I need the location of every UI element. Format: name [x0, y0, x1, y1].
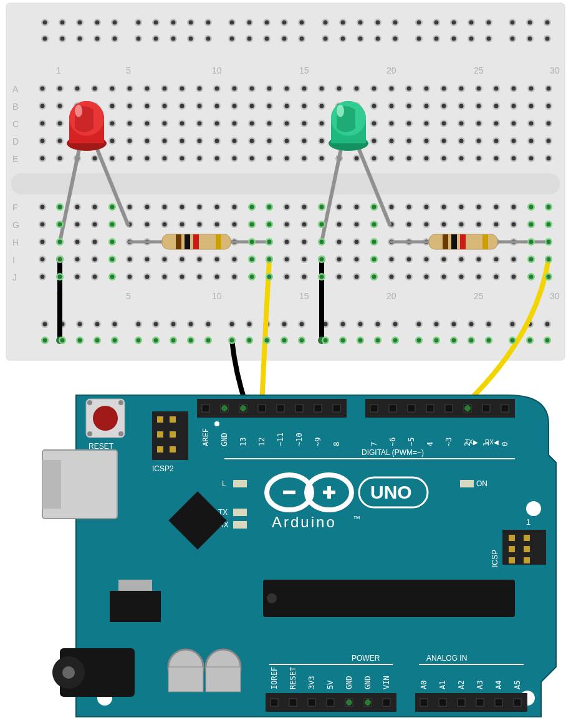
svg-text:™: ™	[353, 514, 360, 523]
svg-point-72	[93, 406, 118, 431]
svg-rect-99	[445, 405, 453, 412]
svg-rect-83	[170, 446, 176, 453]
svg-point-93	[214, 421, 219, 426]
svg-text:A1: A1	[438, 681, 447, 689]
svg-rect-52	[443, 234, 448, 249]
svg-rect-80	[157, 431, 163, 438]
svg-rect-67	[42, 460, 61, 509]
svg-point-36	[75, 105, 82, 117]
svg-rect-140	[509, 546, 515, 552]
svg-text:I: I	[12, 255, 15, 265]
svg-rect-90	[295, 405, 303, 412]
svg-point-63	[526, 501, 541, 516]
power-label: POWER	[352, 654, 380, 663]
svg-rect-139	[524, 535, 530, 541]
svg-rect-101	[482, 405, 490, 412]
svg-text:G: G	[12, 220, 19, 230]
svg-rect-46	[176, 234, 181, 249]
svg-rect-53	[451, 234, 457, 249]
svg-rect-151	[271, 699, 278, 706]
svg-rect-102	[501, 405, 509, 412]
svg-point-158	[346, 699, 352, 706]
svg-text:A0: A0	[420, 681, 428, 689]
svg-rect-1	[11, 173, 560, 194]
svg-rect-96	[389, 405, 396, 412]
svg-rect-149	[206, 667, 241, 692]
regulator	[110, 591, 161, 622]
svg-rect-91	[314, 405, 322, 412]
svg-text:15: 15	[299, 291, 309, 301]
svg-rect-164	[476, 699, 484, 706]
svg-rect-145	[118, 580, 152, 591]
rx-arrow-label: RX◀	[485, 439, 499, 446]
digital-header-right	[365, 399, 515, 418]
svg-text:UNO: UNO	[370, 482, 412, 502]
svg-rect-84	[197, 399, 347, 418]
svg-rect-160	[415, 693, 527, 712]
breadboard: 1 5 10 15 20 25 30 A B C D E F G H I J 1…	[6, 3, 565, 360]
svg-text:13: 13	[239, 438, 247, 446]
svg-point-184	[464, 405, 471, 411]
power-header	[266, 693, 396, 712]
svg-rect-54	[460, 234, 466, 249]
svg-text:~9: ~9	[314, 438, 322, 446]
svg-text:F: F	[12, 203, 18, 213]
diagram-canvas: 1 5 10 15 20 25 30 A B C D E F G H I J 1…	[0, 0, 571, 728]
svg-text:15: 15	[299, 65, 309, 75]
svg-rect-88	[258, 405, 266, 412]
svg-rect-81	[170, 431, 176, 438]
digital-label: DIGITAL (PWM=~)	[362, 448, 424, 457]
svg-text:20: 20	[386, 291, 396, 301]
svg-text:RESET: RESET	[289, 667, 297, 689]
analog-header	[415, 693, 527, 712]
svg-text:L: L	[222, 479, 226, 488]
svg-text:30: 30	[550, 65, 560, 75]
svg-rect-166	[514, 699, 521, 706]
svg-rect-89	[277, 405, 284, 412]
reset-button[interactable]	[86, 399, 125, 438]
svg-text:30: 30	[550, 291, 560, 301]
svg-point-182	[221, 405, 228, 411]
svg-point-73	[87, 400, 92, 405]
svg-point-74	[118, 400, 123, 405]
svg-rect-157	[383, 699, 390, 706]
svg-text:Arduino: Arduino	[272, 514, 337, 530]
svg-rect-142	[509, 557, 515, 563]
svg-rect-165	[495, 699, 502, 706]
svg-point-159	[365, 699, 371, 706]
arduino-uno: RESET ICSP2 AREFGND1312~11~10~987~6~54~3…	[42, 395, 556, 717]
svg-text:7: 7	[370, 442, 378, 446]
svg-rect-78	[157, 416, 163, 423]
svg-rect-141	[524, 546, 530, 552]
svg-text:A4: A4	[494, 681, 503, 689]
svg-rect-98	[426, 405, 434, 412]
svg-text:5: 5	[126, 65, 131, 75]
svg-rect-48	[193, 234, 199, 249]
svg-rect-148	[168, 667, 203, 692]
svg-rect-163	[458, 699, 465, 706]
svg-rect-121	[233, 480, 247, 487]
svg-text:3V3: 3V3	[307, 676, 316, 689]
svg-rect-97	[408, 405, 415, 412]
mcu-chip	[263, 580, 515, 617]
svg-rect-95	[370, 405, 378, 412]
svg-rect-47	[185, 234, 190, 249]
svg-text:20: 20	[386, 65, 396, 75]
svg-rect-161	[420, 699, 428, 706]
svg-text:~5: ~5	[407, 438, 416, 446]
svg-text:1: 1	[56, 65, 61, 75]
svg-text:C: C	[12, 119, 19, 129]
svg-text:AREF: AREF	[201, 428, 210, 446]
svg-rect-92	[333, 405, 340, 412]
svg-point-70	[62, 666, 75, 679]
svg-text:J: J	[12, 272, 17, 282]
svg-text:0: 0	[501, 442, 509, 446]
icsp2-header	[152, 411, 188, 460]
tx-arrow-label: TX▶	[465, 439, 478, 446]
svg-rect-79	[170, 416, 176, 423]
svg-text:E: E	[12, 154, 18, 164]
svg-text:GND: GND	[363, 676, 372, 689]
svg-point-75	[87, 431, 92, 436]
svg-rect-94	[365, 399, 515, 418]
svg-rect-153	[308, 699, 315, 706]
